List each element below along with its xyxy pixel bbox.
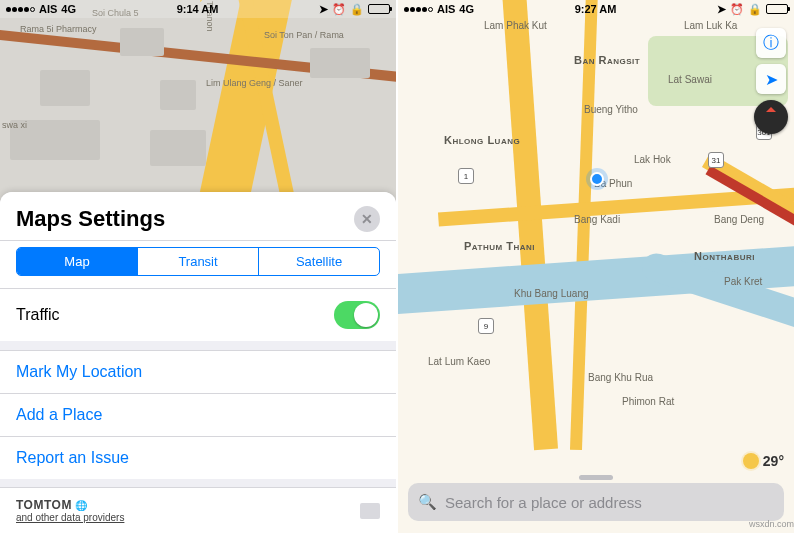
carrier-label: AIS: [437, 3, 455, 15]
info-button[interactable]: ⓘ: [756, 28, 786, 58]
place-label: Bang Khu Rua: [588, 372, 653, 383]
map-label: Soi Ton Pan / Rama: [264, 30, 344, 40]
search-placeholder: Search for a place or address: [445, 494, 642, 511]
traffic-label: Traffic: [16, 306, 60, 324]
map-label: Rama 5i Pharmacy: [20, 24, 97, 34]
close-button[interactable]: ✕: [354, 206, 380, 232]
place-label: Bang Kadi: [574, 214, 620, 225]
search-bar[interactable]: 🔍 Search for a place or address: [408, 483, 784, 521]
tomtom-logo: TOMTOM: [16, 498, 72, 512]
add-a-place-button[interactable]: Add a Place: [0, 393, 396, 436]
route-shield: 9: [478, 318, 494, 334]
left-screenshot: Soi Chula 5 Rama 5i Pharmacy Soi Ton Pan…: [0, 0, 396, 533]
tab-satellite[interactable]: Satellite: [258, 248, 379, 275]
place-label: Lam Luk Ka: [684, 20, 737, 31]
other-providers-link[interactable]: and other data providers: [16, 512, 124, 523]
route-shield: 1: [458, 168, 474, 184]
place-label: Khu Bang Luang: [514, 288, 589, 299]
place-label: Lat Lum Kaeo: [428, 356, 490, 367]
tab-map[interactable]: Map: [17, 248, 137, 275]
weather-badge[interactable]: 29°: [743, 453, 784, 469]
map-label: Lim Ulang Geng / Saner: [206, 78, 303, 88]
traffic-row: Traffic: [0, 288, 396, 341]
signal-strength-icon: [6, 7, 35, 12]
data-providers-row[interactable]: TOMTOM 🌐 and other data providers: [0, 487, 396, 533]
map-type-segmented-control[interactable]: Map Transit Satellite: [16, 247, 380, 276]
mark-my-location-button[interactable]: Mark My Location: [0, 350, 396, 393]
place-label: Pathum Thani: [464, 240, 535, 252]
place-label: Khlong Luang: [444, 134, 520, 146]
locate-me-button[interactable]: ➤: [756, 64, 786, 94]
location-icon: ➤: [319, 3, 328, 16]
maps-settings-sheet: Maps Settings ✕ Map Transit Satellite Tr…: [0, 192, 396, 533]
location-icon: ➤: [717, 3, 726, 16]
close-icon: ✕: [361, 211, 373, 227]
network-label: 4G: [61, 3, 76, 15]
compass-button[interactable]: [754, 100, 788, 134]
location-arrow-icon: ➤: [765, 70, 778, 89]
sun-icon: [743, 453, 759, 469]
battery-icon: [766, 4, 788, 14]
status-bar: AIS 4G 9:27 AM ➤ ⏰ 🔒: [398, 0, 794, 18]
battery-icon: [368, 4, 390, 14]
report-an-issue-button[interactable]: Report an Issue: [0, 436, 396, 479]
lock-rotation-icon: 🔒: [748, 3, 762, 16]
map-canvas[interactable]: Lam Phak Kut Lam Luk Ka Ban Rangsit Lat …: [398, 0, 794, 533]
sheet-handle[interactable]: [579, 475, 613, 480]
carrier-label: AIS: [39, 3, 57, 15]
watermark: wsxdn.com: [749, 519, 794, 529]
place-label: Lam Phak Kut: [484, 20, 547, 31]
network-label: 4G: [459, 3, 474, 15]
clock-label: 9:27 AM: [575, 3, 617, 15]
map-label: swa xi: [2, 120, 27, 130]
globe-icon: 🌐: [75, 500, 87, 511]
temperature-label: 29°: [763, 453, 784, 469]
clock-label: 9:14 AM: [177, 3, 219, 15]
tab-transit[interactable]: Transit: [137, 248, 258, 275]
traffic-toggle[interactable]: [334, 301, 380, 329]
signal-strength-icon: [404, 7, 433, 12]
legal-icon[interactable]: [360, 503, 380, 519]
place-label: Ban Rangsit: [574, 54, 640, 66]
sheet-title: Maps Settings: [16, 206, 165, 232]
user-location-dot: [590, 172, 604, 186]
alarm-icon: ⏰: [730, 3, 744, 16]
place-label: Pak Kret: [724, 276, 762, 287]
place-label: Nonthaburi: [694, 250, 755, 262]
search-icon: 🔍: [418, 493, 437, 511]
route-shield: 31: [708, 152, 724, 168]
right-screenshot: Lam Phak Kut Lam Luk Ka Ban Rangsit Lat …: [398, 0, 794, 533]
info-icon: ⓘ: [763, 33, 779, 54]
status-bar: AIS 4G 9:14 AM ➤ ⏰ 🔒: [0, 0, 396, 18]
place-label: Bueng Yitho: [584, 104, 638, 115]
alarm-icon: ⏰: [332, 3, 346, 16]
place-label: Lat Sawai: [668, 74, 712, 85]
place-label: Lak Hok: [634, 154, 671, 165]
lock-rotation-icon: 🔒: [350, 3, 364, 16]
place-label: Phimon Rat: [622, 396, 674, 407]
place-label: Bang Deng: [714, 214, 764, 225]
